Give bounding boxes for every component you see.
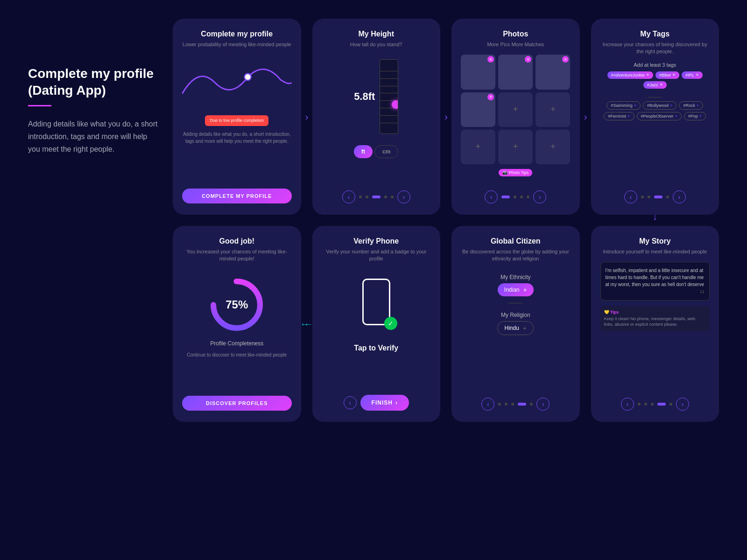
photo-3[interactable]: ✕ bbox=[536, 55, 570, 89]
svg-point-0 bbox=[245, 74, 251, 80]
tags-prev-button[interactable]: ‹ bbox=[624, 190, 637, 203]
photo-add-5[interactable]: + bbox=[498, 130, 533, 164]
global-dot-4 bbox=[518, 403, 526, 406]
unit-ft-button[interactable]: ft bbox=[354, 145, 373, 158]
photos-prev-button[interactable]: ‹ bbox=[485, 190, 498, 203]
tag-bollywood[interactable]: #Bollywood + bbox=[643, 101, 677, 110]
ethnicity-label: My Ethnicity bbox=[500, 274, 531, 280]
tap-verify-text[interactable]: Tap to Verify bbox=[354, 344, 398, 352]
intro-description: Adding details like what you do, a short… bbox=[28, 118, 159, 156]
finish-button[interactable]: FINISH › bbox=[360, 395, 409, 411]
tag-swimming[interactable]: #Swimming + bbox=[606, 101, 641, 110]
tags-dot-2 bbox=[648, 196, 650, 198]
tags-dot-4 bbox=[666, 196, 669, 198]
story-textarea[interactable]: I'm selfish, impatient and a little inse… bbox=[600, 262, 710, 301]
arrow-left-5: ← bbox=[300, 319, 310, 329]
photo-add-2[interactable]: + bbox=[498, 92, 533, 127]
ruler-dot bbox=[392, 100, 398, 109]
tags-subtitle: Increase your chances of being discovere… bbox=[600, 41, 710, 56]
photo-2[interactable]: ✕ bbox=[498, 55, 533, 89]
grid-cell-complete-profile: Complete my profile Lower probability of… bbox=[173, 19, 301, 215]
arrow-right-2: › bbox=[444, 112, 448, 122]
story-dot-4 bbox=[657, 403, 666, 406]
tag-people-observer[interactable]: #PeopleObserver + bbox=[637, 112, 682, 120]
religion-value: Hindu bbox=[504, 325, 519, 331]
card-complete-profile: Complete my profile Lower probability of… bbox=[173, 19, 301, 215]
tags-dot-3 bbox=[654, 196, 662, 198]
tag-pop[interactable]: #Pop + bbox=[684, 112, 706, 120]
global-next-button[interactable]: › bbox=[536, 398, 550, 411]
height-ruler: 5.8ft bbox=[354, 59, 398, 134]
unit-cm-button[interactable]: cm bbox=[374, 145, 398, 158]
religion-field[interactable]: Hindu + bbox=[497, 321, 534, 335]
arrow-right-1: › bbox=[305, 112, 309, 122]
plus-icon-2: + bbox=[513, 105, 518, 114]
photo-add-3[interactable]: + bbox=[536, 92, 570, 127]
good-job-title: Good job! bbox=[219, 237, 254, 245]
tag-jazz[interactable]: #Jazz ✕ bbox=[643, 81, 667, 89]
tag-rock[interactable]: #Rock + bbox=[679, 101, 703, 110]
photos-next-button[interactable]: › bbox=[533, 190, 546, 203]
photo-4[interactable]: ✕ bbox=[461, 92, 495, 127]
photos-subtitle: More Pics More Matches bbox=[487, 41, 544, 48]
photo-1-close[interactable]: ✕ bbox=[487, 56, 494, 63]
photo-3-close[interactable]: ✕ bbox=[562, 56, 569, 63]
height-title: My Height bbox=[359, 30, 394, 38]
dot-3-active bbox=[372, 196, 381, 198]
card-verify-phone: Verify Phone Verify your number and add … bbox=[312, 226, 441, 422]
story-subtitle: Introduce yourself to meet like-minded p… bbox=[603, 248, 707, 255]
story-title: My Story bbox=[639, 237, 671, 245]
photo-4-close[interactable]: ✕ bbox=[487, 94, 494, 100]
ethnicity-value: Indian bbox=[504, 287, 520, 293]
grid-cell-story: My Story Introduce yourself to meet like… bbox=[591, 226, 719, 422]
grid-cell-global: Global Citizen Be discovered across the … bbox=[451, 226, 580, 422]
story-text: I'm selfish, impatient and a little inse… bbox=[606, 268, 704, 287]
grid-cell-photos: Photos More Pics More Matches ✕ ✕ ✕ ✕ bbox=[451, 19, 580, 215]
complete-profile-subtitle: Lower probability of meeting like-minded… bbox=[183, 41, 291, 48]
photo-add-6[interactable]: + bbox=[536, 130, 570, 164]
card-good-job: Good job! You increased your chances of … bbox=[173, 226, 301, 422]
global-dot-3 bbox=[511, 403, 514, 406]
plus-icon-6: + bbox=[550, 142, 556, 152]
story-pagination: ‹ › bbox=[600, 392, 710, 411]
completeness-label: Profile Completeness bbox=[210, 340, 263, 347]
verify-prev-button[interactable]: ‹ bbox=[344, 396, 357, 409]
story-dot-2 bbox=[644, 403, 647, 406]
height-prev-button[interactable]: ‹ bbox=[342, 190, 355, 203]
story-prev-button[interactable]: ‹ bbox=[621, 398, 634, 411]
global-dot-2 bbox=[505, 403, 507, 406]
complete-profile-button[interactable]: COMPLETE MY PROFILE bbox=[182, 189, 292, 203]
global-prev-button[interactable]: ‹ bbox=[481, 398, 494, 411]
photos-dot-3 bbox=[520, 196, 523, 198]
tag-feminist[interactable]: #Feminist + bbox=[604, 112, 634, 120]
unit-toggle: ft cm bbox=[354, 145, 398, 158]
active-tags: #AdventureJunkie ✕ #Biker ✕ #IPL ✕ #Jazz… bbox=[600, 71, 710, 89]
tags-title: My Tags bbox=[640, 30, 669, 38]
add-tags-label: Add at least 3 tags bbox=[634, 62, 676, 68]
photos-title: Photos bbox=[503, 30, 528, 38]
dot-1 bbox=[359, 196, 362, 198]
progress-ring: 75% bbox=[209, 277, 265, 333]
story-dot-1 bbox=[638, 403, 641, 406]
dot-2 bbox=[366, 196, 368, 198]
photo-1[interactable]: ✕ bbox=[461, 55, 495, 89]
field-divider bbox=[508, 303, 522, 303]
grid-cell-good-job: Good job! You increased your chances of … bbox=[173, 226, 301, 422]
complete-profile-body: Adding details like what you do, a short… bbox=[182, 131, 292, 145]
discover-profiles-button[interactable]: DISCOVER PROFILES bbox=[182, 396, 292, 411]
photos-dot-4 bbox=[527, 196, 529, 198]
story-next-button[interactable]: › bbox=[676, 398, 689, 411]
ethnicity-field[interactable]: Indian + bbox=[498, 283, 534, 296]
verify-pagination: ‹ FINISH › bbox=[322, 389, 431, 411]
tag-ipl[interactable]: #IPL ✕ bbox=[682, 71, 703, 79]
progress-percent: 75% bbox=[226, 298, 248, 311]
photo-add-4[interactable]: + bbox=[461, 130, 495, 164]
tag-adventure[interactable]: #AdventureJunkie ✕ bbox=[607, 71, 653, 79]
tags-next-button[interactable]: › bbox=[673, 190, 686, 203]
card-global-citizen: Global Citizen Be discovered across the … bbox=[451, 226, 580, 422]
tag-biker[interactable]: #Biker ✕ bbox=[655, 71, 680, 79]
story-dot-5 bbox=[669, 403, 672, 406]
height-next-button[interactable]: › bbox=[397, 190, 410, 203]
photo-2-close[interactable]: ✕ bbox=[525, 56, 531, 63]
height-pagination: ‹ › bbox=[322, 185, 431, 203]
